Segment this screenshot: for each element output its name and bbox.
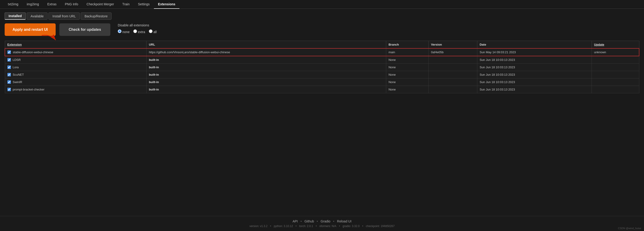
cell-extension: ScuNET	[5, 71, 146, 78]
cell-extension: SwinIR	[5, 78, 146, 86]
extension-name: Lora	[13, 65, 19, 69]
disable-extensions-group: Disable all extensions none extra all	[118, 23, 157, 36]
table-row: prompt-bracket-checkerbuilt-inNoneSun Ju…	[5, 86, 639, 93]
extensions-table: Extension URL Branch Version Date Update…	[5, 41, 639, 93]
version-label: version: v1.3.2	[250, 225, 268, 228]
cell-version	[429, 78, 477, 86]
table-row: Lorabuilt-inNoneSun Jun 18 10:03:13 2023	[5, 64, 639, 71]
controls-row: Apply and restart UI Check for updates D…	[5, 23, 639, 36]
footer-gradio-link[interactable]: Gradio	[320, 220, 330, 223]
sub-tabs: Installed Available Install from URL Bac…	[5, 12, 639, 20]
extension-checkbox[interactable]	[8, 50, 11, 54]
tab-checkpoint-merger[interactable]: Checkpoint Merger	[82, 0, 118, 9]
disable-extensions-label: Disable all extensions	[118, 23, 157, 27]
cell-date: Sun Jun 18 10:03:13 2023	[477, 71, 592, 78]
checkpoint-label: checkpoint: 1f4fd50267	[366, 225, 394, 228]
cell-url: built-in	[146, 64, 386, 71]
xformers-label: xformers: N/A	[319, 225, 336, 228]
cell-url: built-in	[146, 86, 386, 93]
apply-restart-button[interactable]: Apply and restart UI	[5, 23, 56, 36]
radio-extra[interactable]: extra	[133, 29, 145, 34]
radio-all-input[interactable]	[149, 29, 152, 33]
cell-extension: LDSR	[5, 56, 146, 64]
apply-button-container: Apply and restart UI	[5, 23, 56, 36]
extension-checkbox[interactable]	[8, 58, 11, 62]
tab-extensions[interactable]: Extensions	[154, 0, 180, 9]
check-updates-button[interactable]: Check for updates	[59, 23, 110, 36]
tab-settings[interactable]: Settings	[134, 0, 154, 9]
table-row: SwinIRbuilt-inNoneSun Jun 18 10:03:13 20…	[5, 78, 639, 86]
cell-version	[429, 56, 477, 64]
col-date: Date	[477, 41, 592, 49]
watermark: CSDN @wind_huise	[618, 227, 641, 230]
torch-label: torch: 2.0.1	[299, 225, 313, 228]
cell-update	[592, 86, 639, 93]
cell-extension: stable-diffusion-webui-chinese	[5, 48, 146, 56]
extension-checkbox[interactable]	[8, 80, 11, 84]
cell-date: Sun Jun 18 10:03:13 2023	[477, 78, 592, 86]
extension-name: stable-diffusion-webui-chinese	[13, 50, 53, 54]
cell-url: https://github.com/VinsonLaro/stable-dif…	[146, 48, 386, 56]
table-body: stable-diffusion-webui-chinesehttps://gi…	[5, 48, 639, 93]
cell-branch: main	[386, 48, 428, 56]
radio-none-input[interactable]	[118, 29, 122, 33]
cell-branch: None	[386, 71, 428, 78]
cell-update	[592, 71, 639, 78]
cell-version	[429, 71, 477, 78]
footer-github-link[interactable]: Github	[304, 220, 314, 223]
footer-links: API • Github • Gradio • Reload UI	[3, 220, 641, 223]
table-header: Extension URL Branch Version Date Update	[5, 41, 639, 49]
subtab-install-from-url[interactable]: Install from URL	[48, 12, 80, 20]
radio-all-label: all	[154, 30, 157, 34]
cell-date: Sun Jun 18 10:03:13 2023	[477, 86, 592, 93]
extension-checkbox[interactable]	[8, 88, 11, 91]
col-update: Update	[592, 41, 639, 49]
cell-date: Sun Jun 18 10:03:13 2023	[477, 56, 592, 64]
subtab-backup-restore[interactable]: Backup/Restore	[81, 12, 112, 20]
python-label: python: 3.10.12	[274, 225, 293, 228]
tab-extras[interactable]: Extras	[43, 0, 61, 9]
subtab-available[interactable]: Available	[27, 12, 48, 20]
radio-all[interactable]: all	[149, 29, 157, 34]
col-extension: Extension	[5, 41, 146, 49]
cell-branch: None	[386, 64, 428, 71]
tab-png-info[interactable]: PNG Info	[61, 0, 82, 9]
cell-date: Sun Jun 18 10:03:13 2023	[477, 64, 592, 71]
cell-version	[429, 86, 477, 93]
cell-update	[592, 64, 639, 71]
tab-train[interactable]: Train	[118, 0, 134, 9]
extension-name: ScuNET	[13, 73, 24, 76]
footer-version: version: v1.3.2 • python: 3.10.12 • torc…	[3, 225, 641, 228]
table-row: LDSRbuilt-inNoneSun Jun 18 10:03:13 2023	[5, 56, 639, 64]
cell-url: built-in	[146, 78, 386, 86]
radio-none[interactable]: none	[118, 29, 130, 34]
cell-update: unknown	[592, 48, 639, 56]
cell-branch: None	[386, 78, 428, 86]
col-url: URL	[146, 41, 386, 49]
cell-url: built-in	[146, 56, 386, 64]
radio-extra-input[interactable]	[133, 29, 137, 33]
extension-checkbox[interactable]	[8, 65, 11, 69]
radio-none-label: none	[122, 30, 130, 34]
subtab-installed[interactable]: Installed	[5, 12, 26, 20]
footer-api-link[interactable]: API	[292, 220, 298, 223]
extension-name: SwinIR	[13, 80, 22, 84]
top-nav: txt2img img2img Extras PNG Info Checkpoi…	[0, 0, 644, 9]
cell-version: 0af4e05b	[429, 48, 477, 56]
cell-extension: prompt-bracket-checker	[5, 86, 146, 93]
radio-extra-label: extra	[138, 30, 145, 34]
cell-url: built-in	[146, 71, 386, 78]
radio-options: none extra all	[118, 29, 157, 36]
table-row: ScuNETbuilt-inNoneSun Jun 18 10:03:13 20…	[5, 71, 639, 78]
cell-update	[592, 56, 639, 64]
cell-branch: None	[386, 56, 428, 64]
cell-version	[429, 64, 477, 71]
extension-name: prompt-bracket-checker	[13, 88, 44, 91]
cell-branch: None	[386, 86, 428, 93]
table-row: stable-diffusion-webui-chinesehttps://gi…	[5, 48, 639, 56]
tab-img2img[interactable]: img2img	[22, 0, 43, 9]
cell-update	[592, 78, 639, 86]
footer-reload-link[interactable]: Reload UI	[337, 220, 352, 223]
tab-txt2img[interactable]: txt2img	[4, 0, 22, 9]
extension-checkbox[interactable]	[8, 73, 11, 76]
